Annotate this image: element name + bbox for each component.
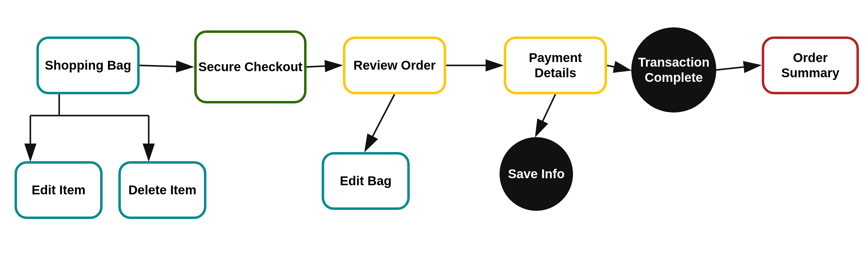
secure-checkout-node: Secure Checkout xyxy=(194,30,307,103)
edit-bag-node: Edit Bag xyxy=(322,152,410,210)
svg-line-4 xyxy=(607,65,629,70)
save-info-label: Save Info xyxy=(508,166,565,182)
transaction-complete-label: Transaction Complete xyxy=(631,55,716,85)
payment-details-label: Payment Details xyxy=(506,50,604,81)
svg-line-12 xyxy=(536,94,555,135)
order-summary-node: Order Summary xyxy=(762,36,859,94)
svg-line-2 xyxy=(307,65,340,67)
review-order-node: Review Order xyxy=(343,36,446,94)
shopping-bag-label: Shopping Bag xyxy=(45,58,131,73)
svg-line-11 xyxy=(366,94,395,150)
review-order-label: Review Order xyxy=(353,58,436,73)
order-summary-label: Order Summary xyxy=(764,50,857,81)
shopping-bag-node: Shopping Bag xyxy=(36,36,140,94)
edit-item-node: Edit Item xyxy=(14,161,102,219)
edit-item-label: Edit Item xyxy=(32,183,85,198)
svg-line-5 xyxy=(716,65,759,70)
edit-bag-label: Edit Bag xyxy=(340,174,392,189)
svg-line-1 xyxy=(140,65,191,67)
flowchart-diagram: Shopping Bag Secure Checkout Review Orde… xyxy=(0,0,868,264)
payment-details-node: Payment Details xyxy=(504,36,607,94)
delete-item-label: Delete Item xyxy=(128,183,196,198)
delete-item-node: Delete Item xyxy=(118,161,206,219)
save-info-node: Save Info xyxy=(500,137,573,211)
secure-checkout-label: Secure Checkout xyxy=(198,59,302,75)
transaction-complete-node: Transaction Complete xyxy=(631,27,716,112)
